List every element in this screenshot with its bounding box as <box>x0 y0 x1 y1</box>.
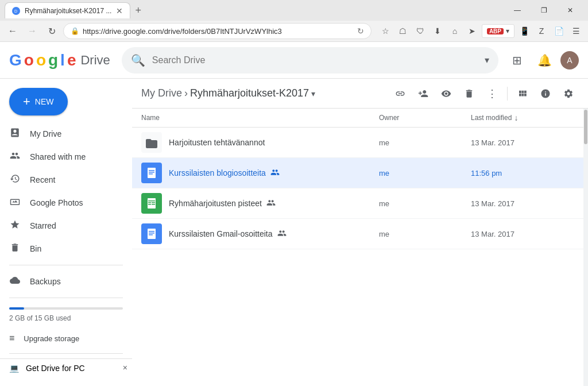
preview-button[interactable] <box>436 83 457 104</box>
new-tab-button[interactable]: + <box>130 5 146 17</box>
phone-button[interactable]: 📱 <box>517 24 532 38</box>
app-launcher-button[interactable]: ⊞ <box>505 49 528 72</box>
zotero-button[interactable]: Z <box>534 24 549 38</box>
add-person-button[interactable] <box>413 83 434 104</box>
direction-button[interactable]: ➤ <box>465 24 479 38</box>
scrollbar[interactable] <box>583 109 588 386</box>
window-controls: — ❐ ✕ <box>504 2 583 18</box>
file-row[interactable]: Ryhmäharjoitusten pisteet me 13 Mar. 201… <box>132 188 583 219</box>
save-page-button[interactable]: ☖ <box>396 24 411 38</box>
tab-favicon: D <box>12 7 20 15</box>
breadcrumb-current-folder[interactable]: Ryhmäharjoitukset-K2017 <box>190 87 309 99</box>
sheet-icon <box>141 193 162 214</box>
file-name: Harjoitusten tehtävänannot <box>169 138 265 147</box>
abp-badge: ABP <box>487 28 504 34</box>
file-list-container: Name Owner Last modified ↓ Harjo <box>132 109 588 386</box>
file-row[interactable]: Harjoitusten tehtävänannot me 13 Mar. 20… <box>132 128 583 158</box>
column-name-header: Name <box>141 114 379 122</box>
svg-rect-3 <box>149 170 154 171</box>
settings-button[interactable] <box>558 83 579 104</box>
sidebar-item-my-drive-label: My Drive <box>30 129 61 138</box>
download-button[interactable]: ⬇ <box>430 24 445 38</box>
svg-rect-6 <box>148 198 156 209</box>
lock-icon: 🔒 <box>71 27 79 35</box>
svg-rect-9 <box>152 202 155 203</box>
get-drive-bar[interactable]: 💻 Get Drive for PC <box>0 358 132 377</box>
forward-button[interactable]: → <box>24 23 40 39</box>
shield-button[interactable]: 🛡 <box>413 24 428 38</box>
maximize-button[interactable]: ❐ <box>531 2 557 18</box>
share-link-button[interactable] <box>390 83 411 104</box>
sidebar-item-backups[interactable]: Backups <box>0 270 125 293</box>
new-button[interactable]: + NEW <box>9 88 68 115</box>
sidebar-item-recent[interactable]: Recent <box>0 168 125 191</box>
logo-letter-g2: g <box>48 51 58 70</box>
browser-tab[interactable]: D Ryhmäharjoitukset-K2017 ... ✕ <box>5 2 130 18</box>
sidebar-item-my-drive[interactable]: My Drive <box>0 122 125 145</box>
search-dropdown-arrow[interactable]: ▾ <box>485 55 489 65</box>
sidebar-item-starred[interactable]: Starred <box>0 214 125 237</box>
search-ext-dropdown[interactable]: ▾ <box>506 27 509 35</box>
notifications-button[interactable]: 🔔 <box>533 49 556 72</box>
home-button[interactable]: ⌂ <box>447 24 462 38</box>
close-window-button[interactable]: ✕ <box>557 2 583 18</box>
photos-icon <box>9 196 21 210</box>
file-modified: 13 Mar. 2017 <box>471 199 574 208</box>
sidebar-item-photos[interactable]: Google Photos <box>0 191 125 214</box>
scrollbar-thumb[interactable] <box>584 110 587 144</box>
logo-letter-l: l <box>60 51 65 70</box>
shared-icon <box>270 168 280 179</box>
bookmark-button[interactable]: ☆ <box>378 24 393 38</box>
get-drive-icon: 💻 <box>9 364 19 373</box>
minimize-button[interactable]: — <box>504 2 531 18</box>
back-button[interactable]: ← <box>5 23 21 39</box>
browser-chrome: D Ryhmäharjoitukset-K2017 ... ✕ + — ❐ ✕ … <box>0 0 588 42</box>
get-drive-close-button[interactable]: × <box>123 363 127 372</box>
svg-rect-7 <box>148 200 155 202</box>
file-row[interactable]: Kurssilaisten Gmail-osoitteita me 13 Mar… <box>132 219 583 249</box>
file-owner: me <box>379 199 471 208</box>
file-name-cell: Harjoitusten tehtävänannot <box>169 138 379 147</box>
storage-bar-fill <box>9 307 24 310</box>
sidebar-item-bin-label: Bin <box>30 244 41 253</box>
sidebar-item-starred-label: Starred <box>30 221 56 230</box>
storage-section: 2 GB of 15 GB used <box>0 303 132 328</box>
breadcrumb-separator: › <box>184 87 188 99</box>
starred-icon <box>9 219 21 233</box>
reader-button[interactable]: 📄 <box>551 24 566 38</box>
column-modified-header[interactable]: Last modified ↓ <box>471 113 574 122</box>
storage-bar <box>9 307 123 310</box>
search-input[interactable] <box>152 55 478 65</box>
file-area: Name Owner Last modified ↓ Harjo <box>132 109 583 386</box>
get-drive-label: Get Drive for PC <box>26 364 85 373</box>
toolbar-divider <box>507 87 508 101</box>
upgrade-storage-button[interactable]: ≡ Upgrade storage <box>0 328 132 349</box>
url-refresh-icon[interactable]: ↻ <box>357 26 364 36</box>
bin-icon <box>9 242 21 256</box>
info-button[interactable] <box>535 83 556 104</box>
grid-view-button[interactable] <box>512 83 533 104</box>
tab-close-button[interactable]: ✕ <box>116 6 123 16</box>
sidebar-item-shared[interactable]: Shared with me <box>0 145 125 168</box>
toolbar-actions: ⋮ <box>390 83 579 104</box>
delete-button[interactable] <box>459 83 479 104</box>
breadcrumb-dropdown-icon[interactable]: ▾ <box>311 89 315 98</box>
url-bar[interactable]: 🔒 https://drive.google.com/drive/folders… <box>63 23 372 39</box>
svg-rect-11 <box>152 204 155 205</box>
user-avatar[interactable]: A <box>560 51 579 70</box>
sidebar-item-shared-label: Shared with me <box>30 152 86 161</box>
svg-rect-14 <box>149 233 154 234</box>
search-extension[interactable]: ABP ▾ <box>482 24 514 38</box>
storage-text: 2 GB of 15 GB used <box>9 314 123 322</box>
search-bar[interactable]: 🔍 ▾ <box>122 47 498 74</box>
svg-rect-5 <box>149 173 153 175</box>
more-options-button[interactable]: ⋮ <box>482 83 502 104</box>
breadcrumb-root-link[interactable]: My Drive <box>141 87 182 99</box>
menu-button[interactable]: ☰ <box>568 24 583 38</box>
sidebar-item-bin[interactable]: Bin <box>0 237 125 260</box>
sort-arrow-icon: ↓ <box>514 113 518 122</box>
refresh-button[interactable]: ↻ <box>44 23 60 39</box>
file-modified: 13 Mar. 2017 <box>471 230 574 238</box>
tab-bar: D Ryhmäharjoitukset-K2017 ... ✕ + — ❐ ✕ <box>0 0 588 21</box>
file-row[interactable]: Kurssilaisten blogiosoitteita me 11:56 p… <box>132 158 583 188</box>
